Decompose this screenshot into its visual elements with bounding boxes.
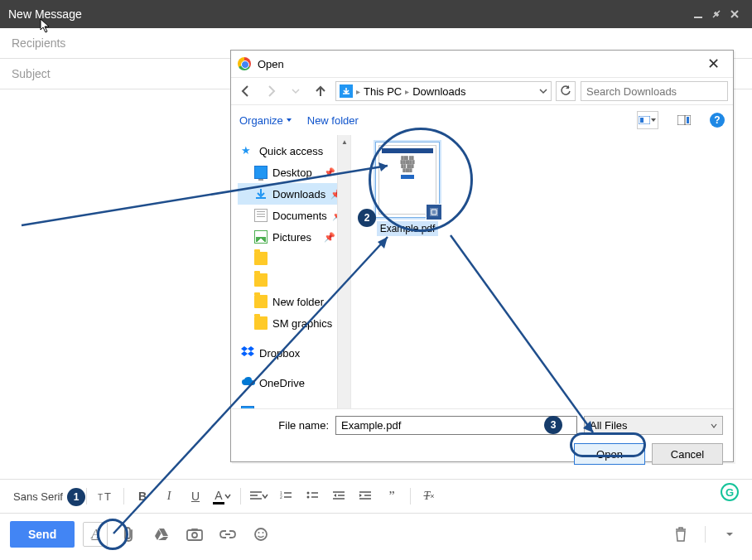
organize-menu[interactable]: Organize <box>239 114 292 127</box>
attach-file-button[interactable] <box>116 522 141 547</box>
file-type-select[interactable]: All Files <box>584 416 723 435</box>
search-box[interactable] <box>581 81 728 101</box>
new-folder-button[interactable]: New folder <box>307 114 359 127</box>
folder-icon <box>254 273 268 287</box>
align-button[interactable] <box>248 485 271 508</box>
monitor-icon <box>241 406 254 408</box>
dialog-titlebar: Open ✕ <box>231 51 733 77</box>
text-color-button[interactable]: A <box>210 485 234 508</box>
breadcrumb-this-pc[interactable]: This PC <box>364 85 402 98</box>
open-file-dialog: Open ✕ ▸ This PC ▸ Downloads Organize Ne… <box>230 50 734 462</box>
remove-formatting-button[interactable]: T× <box>417 485 441 508</box>
tree-dropbox[interactable]: Dropbox <box>238 342 350 364</box>
tree-desktop[interactable]: Desktop📌 <box>238 162 350 183</box>
insert-drive-button[interactable] <box>149 522 174 547</box>
downloads-drive-icon <box>340 84 353 98</box>
svg-text:T: T <box>104 490 111 502</box>
send-button[interactable]: Send <box>10 521 75 548</box>
formatting-toolbar: Sans Serif TT B I U A 12 ” T× G <box>0 479 752 514</box>
chevron-down-icon <box>224 493 231 500</box>
cancel-button[interactable]: Cancel <box>652 443 723 465</box>
breadcrumb-downloads[interactable]: Downloads <box>412 85 465 98</box>
chevron-down-icon <box>262 493 268 500</box>
file-example-pdf[interactable]: ███ ██████████ ███████ Example.pdf <box>369 142 446 236</box>
compose-titlebar: New Message <box>0 0 752 28</box>
indent-more-button[interactable] <box>354 485 377 508</box>
insert-photo-button[interactable] <box>182 522 207 547</box>
svg-text:2: 2 <box>280 495 282 500</box>
cursor-icon <box>40 18 51 33</box>
tree-this-pc[interactable]: This PC <box>238 402 350 408</box>
tree-folder-1[interactable] <box>238 248 350 269</box>
nav-recent-button[interactable] <box>286 81 306 101</box>
svg-point-26 <box>258 532 260 533</box>
nav-back-button[interactable] <box>236 81 256 101</box>
pin-icon: 📌 <box>324 232 335 243</box>
star-icon: ★ <box>241 144 254 157</box>
desktop-icon <box>254 166 268 179</box>
indent-less-button[interactable] <box>327 485 350 508</box>
grammarly-icon[interactable]: G <box>721 483 739 501</box>
chevron-right-icon: ▸ <box>405 87 409 96</box>
discard-draft-button[interactable] <box>668 522 693 547</box>
underline-button[interactable]: U <box>184 485 207 508</box>
folder-icon <box>254 295 268 308</box>
folder-icon <box>254 252 268 265</box>
search-input[interactable] <box>586 85 725 98</box>
insert-emoji-button[interactable] <box>248 522 273 547</box>
tree-pictures[interactable]: Pictures📌 <box>238 226 350 248</box>
help-button[interactable]: ? <box>710 113 725 128</box>
svg-point-27 <box>263 532 264 533</box>
preview-pane-button[interactable] <box>673 111 695 129</box>
open-button[interactable]: Open <box>574 443 645 465</box>
view-mode-button[interactable] <box>637 111 658 129</box>
send-row: Send A <box>0 514 752 555</box>
dialog-close-button[interactable]: ✕ <box>700 55 726 73</box>
pdf-badge-icon <box>426 204 442 220</box>
file-label: Example.pdf <box>377 221 439 236</box>
file-name-input[interactable] <box>335 416 577 435</box>
italic-button[interactable]: I <box>157 485 181 508</box>
file-name-label: File name: <box>241 419 329 432</box>
tree-scrollbar[interactable]: ▲ <box>337 135 350 408</box>
dialog-title: Open <box>258 58 284 70</box>
svg-rect-22 <box>187 530 202 540</box>
svg-text:T: T <box>98 493 103 502</box>
onedrive-icon <box>241 376 254 389</box>
chevron-right-icon: ▸ <box>356 87 360 96</box>
chrome-icon <box>238 57 251 70</box>
annotation-badge-3: 3 <box>544 416 562 434</box>
quote-button[interactable]: ” <box>380 485 403 508</box>
close-button[interactable] <box>725 5 744 23</box>
tree-folder-2[interactable] <box>238 269 350 291</box>
dialog-toolbar: Organize New folder ? <box>231 105 733 135</box>
nav-forward-button[interactable] <box>261 81 281 101</box>
minimize-button[interactable] <box>689 5 707 23</box>
svg-rect-23 <box>191 529 198 531</box>
file-list[interactable]: ███ ██████████ ███████ Example.pdf <box>351 135 733 408</box>
annotation-badge-1: 1 <box>67 488 85 506</box>
more-options-button[interactable] <box>717 522 742 547</box>
popout-button[interactable] <box>707 5 725 23</box>
tree-downloads[interactable]: Downloads📌 <box>238 183 350 205</box>
svg-rect-34 <box>687 117 689 123</box>
nav-up-button[interactable] <box>311 81 330 101</box>
pin-icon: 📌 <box>324 167 335 178</box>
refresh-button[interactable] <box>556 81 576 101</box>
formatting-toggle-button[interactable]: A <box>83 522 108 547</box>
chevron-down-icon[interactable] <box>539 87 547 95</box>
breadcrumb[interactable]: ▸ This PC ▸ Downloads <box>335 81 552 101</box>
tree-documents[interactable]: Documents📌 <box>238 205 350 226</box>
svg-point-24 <box>192 533 197 538</box>
tree-new-folder[interactable]: New folder <box>238 291 350 312</box>
dialog-nav: ▸ This PC ▸ Downloads <box>231 77 733 105</box>
tree-quick-access[interactable]: ★Quick access <box>238 140 350 162</box>
font-size-button[interactable]: TT <box>94 485 117 508</box>
annotation-badge-2: 2 <box>358 209 376 227</box>
bold-button[interactable]: B <box>131 485 154 508</box>
bulleted-list-button[interactable] <box>301 485 324 508</box>
tree-onedrive[interactable]: OneDrive <box>238 372 350 393</box>
numbered-list-button[interactable]: 12 <box>274 485 297 508</box>
insert-link-button[interactable] <box>215 522 240 547</box>
tree-sm-graphics[interactable]: SM graphics <box>238 312 350 334</box>
